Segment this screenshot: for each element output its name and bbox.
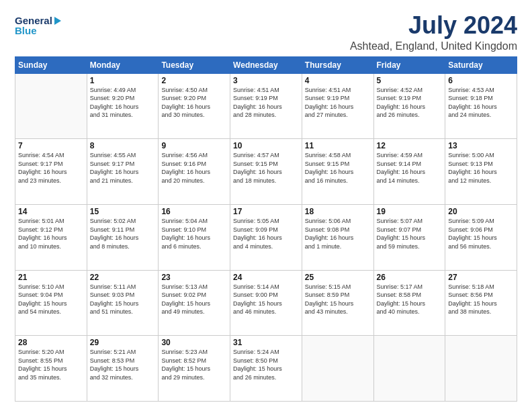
calendar-cell-w3-d1: 15Sunrise: 5:02 AM Sunset: 9:11 PM Dayli… [87, 204, 159, 270]
header: General Blue July 2024 Ashtead, England,… [15, 12, 517, 52]
day-number: 30 [161, 338, 227, 347]
header-monday: Monday [87, 56, 159, 73]
day-number: 6 [448, 76, 514, 85]
day-number: 28 [18, 338, 84, 347]
day-number: 16 [161, 207, 227, 216]
day-info: Sunrise: 5:04 AM Sunset: 9:10 PM Dayligh… [161, 217, 227, 250]
header-saturday: Saturday [445, 56, 517, 73]
calendar-cell-w1-d2: 2Sunrise: 4:50 AM Sunset: 9:20 PM Daylig… [159, 73, 230, 139]
calendar-cell-w4-d5: 26Sunrise: 5:17 AM Sunset: 8:58 PM Dayli… [373, 270, 445, 336]
day-info: Sunrise: 5:09 AM Sunset: 9:06 PM Dayligh… [448, 217, 514, 250]
day-number: 9 [161, 141, 227, 150]
day-info: Sunrise: 5:15 AM Sunset: 8:59 PM Dayligh… [305, 283, 371, 316]
day-info: Sunrise: 4:59 AM Sunset: 9:14 PM Dayligh… [377, 151, 443, 185]
day-number: 1 [90, 76, 156, 85]
day-info: Sunrise: 5:20 AM Sunset: 8:55 PM Dayligh… [18, 348, 84, 381]
calendar-cell-w5-d6 [445, 336, 517, 402]
calendar-cell-w2-d2: 9Sunrise: 4:56 AM Sunset: 9:16 PM Daylig… [159, 139, 230, 205]
page: General Blue July 2024 Ashtead, England,… [0, 0, 532, 411]
calendar-cell-w3-d6: 20Sunrise: 5:09 AM Sunset: 9:06 PM Dayli… [445, 204, 517, 270]
day-number: 26 [377, 273, 443, 282]
calendar-cell-w2-d5: 12Sunrise: 4:59 AM Sunset: 9:14 PM Dayli… [373, 139, 445, 205]
day-number: 19 [377, 207, 443, 216]
day-number: 3 [233, 76, 299, 85]
day-number: 21 [18, 273, 84, 282]
calendar-cell-w5-d0: 28Sunrise: 5:20 AM Sunset: 8:55 PM Dayli… [15, 336, 87, 402]
calendar-cell-w1-d0 [15, 73, 87, 139]
day-info: Sunrise: 4:53 AM Sunset: 9:18 PM Dayligh… [448, 86, 514, 120]
calendar-cell-w2-d6: 13Sunrise: 5:00 AM Sunset: 9:13 PM Dayli… [445, 139, 517, 205]
day-info: Sunrise: 5:24 AM Sunset: 8:50 PM Dayligh… [233, 348, 299, 381]
day-number: 4 [305, 76, 371, 85]
week-row-3: 14Sunrise: 5:01 AM Sunset: 9:12 PM Dayli… [15, 204, 517, 270]
calendar-table: Sunday Monday Tuesday Wednesday Thursday… [15, 56, 517, 402]
day-number: 5 [377, 76, 443, 85]
week-row-1: 1Sunrise: 4:49 AM Sunset: 9:20 PM Daylig… [15, 73, 517, 139]
calendar-cell-w1-d6: 6Sunrise: 4:53 AM Sunset: 9:18 PM Daylig… [445, 73, 517, 139]
calendar-cell-w3-d5: 19Sunrise: 5:07 AM Sunset: 9:07 PM Dayli… [373, 204, 445, 270]
day-info: Sunrise: 5:21 AM Sunset: 8:53 PM Dayligh… [90, 348, 156, 381]
day-number: 11 [305, 141, 371, 150]
calendar-cell-w2-d0: 7Sunrise: 4:54 AM Sunset: 9:17 PM Daylig… [15, 139, 87, 205]
page-subtitle: Ashtead, England, United Kingdom [350, 40, 517, 52]
calendar-cell-w3-d2: 16Sunrise: 5:04 AM Sunset: 9:10 PM Dayli… [159, 204, 230, 270]
day-number: 29 [90, 338, 156, 347]
header-tuesday: Tuesday [159, 56, 230, 73]
logo-arrow-icon [54, 17, 61, 25]
day-info: Sunrise: 4:54 AM Sunset: 9:17 PM Dayligh… [18, 151, 84, 185]
day-info: Sunrise: 4:55 AM Sunset: 9:17 PM Dayligh… [90, 151, 156, 185]
header-sunday: Sunday [15, 56, 87, 73]
calendar-cell-w2-d1: 8Sunrise: 4:55 AM Sunset: 9:17 PM Daylig… [87, 139, 159, 205]
day-info: Sunrise: 5:00 AM Sunset: 9:13 PM Dayligh… [448, 151, 514, 185]
day-info: Sunrise: 4:51 AM Sunset: 9:19 PM Dayligh… [233, 86, 299, 120]
header-friday: Friday [373, 56, 445, 73]
day-number: 8 [90, 141, 156, 150]
calendar-cell-w3-d0: 14Sunrise: 5:01 AM Sunset: 9:12 PM Dayli… [15, 204, 87, 270]
header-thursday: Thursday [302, 56, 373, 73]
day-number: 13 [448, 141, 514, 150]
day-info: Sunrise: 5:23 AM Sunset: 8:52 PM Dayligh… [161, 348, 227, 381]
calendar-cell-w2-d3: 10Sunrise: 4:57 AM Sunset: 9:15 PM Dayli… [230, 139, 302, 205]
calendar-cell-w3-d4: 18Sunrise: 5:06 AM Sunset: 9:08 PM Dayli… [302, 204, 373, 270]
calendar-cell-w4-d3: 24Sunrise: 5:14 AM Sunset: 9:00 PM Dayli… [230, 270, 302, 336]
logo-blue: Blue [15, 25, 37, 36]
day-number: 20 [448, 207, 514, 216]
day-number: 27 [448, 273, 514, 282]
logo: General Blue [15, 15, 61, 36]
day-number: 14 [18, 207, 84, 216]
day-info: Sunrise: 5:11 AM Sunset: 9:03 PM Dayligh… [90, 283, 156, 316]
day-number: 2 [161, 76, 227, 85]
day-number: 12 [377, 141, 443, 150]
calendar-cell-w2-d4: 11Sunrise: 4:58 AM Sunset: 9:15 PM Dayli… [302, 139, 373, 205]
day-info: Sunrise: 5:13 AM Sunset: 9:02 PM Dayligh… [161, 283, 227, 316]
day-number: 7 [18, 141, 84, 150]
calendar-cell-w4-d0: 21Sunrise: 5:10 AM Sunset: 9:04 PM Dayli… [15, 270, 87, 336]
day-info: Sunrise: 5:17 AM Sunset: 8:58 PM Dayligh… [377, 283, 443, 316]
day-info: Sunrise: 4:52 AM Sunset: 9:19 PM Dayligh… [377, 86, 443, 120]
calendar-cell-w5-d5 [373, 336, 445, 402]
calendar-cell-w5-d1: 29Sunrise: 5:21 AM Sunset: 8:53 PM Dayli… [87, 336, 159, 402]
day-info: Sunrise: 4:56 AM Sunset: 9:16 PM Dayligh… [161, 151, 227, 185]
day-info: Sunrise: 5:14 AM Sunset: 9:00 PM Dayligh… [233, 283, 299, 316]
day-number: 15 [90, 207, 156, 216]
calendar-cell-w1-d5: 5Sunrise: 4:52 AM Sunset: 9:19 PM Daylig… [373, 73, 445, 139]
day-number: 22 [90, 273, 156, 282]
calendar-cell-w4-d2: 23Sunrise: 5:13 AM Sunset: 9:02 PM Dayli… [159, 270, 230, 336]
calendar-cell-w1-d4: 4Sunrise: 4:51 AM Sunset: 9:19 PM Daylig… [302, 73, 373, 139]
week-row-4: 21Sunrise: 5:10 AM Sunset: 9:04 PM Dayli… [15, 270, 517, 336]
week-row-2: 7Sunrise: 4:54 AM Sunset: 9:17 PM Daylig… [15, 139, 517, 205]
day-info: Sunrise: 5:06 AM Sunset: 9:08 PM Dayligh… [305, 217, 371, 250]
calendar-cell-w3-d3: 17Sunrise: 5:05 AM Sunset: 9:09 PM Dayli… [230, 204, 302, 270]
day-number: 23 [161, 273, 227, 282]
page-title: July 2024 [350, 12, 517, 39]
day-info: Sunrise: 4:57 AM Sunset: 9:15 PM Dayligh… [233, 151, 299, 185]
day-info: Sunrise: 4:49 AM Sunset: 9:20 PM Dayligh… [90, 86, 156, 120]
day-info: Sunrise: 5:10 AM Sunset: 9:04 PM Dayligh… [18, 283, 84, 316]
calendar-cell-w4-d6: 27Sunrise: 5:18 AM Sunset: 8:56 PM Dayli… [445, 270, 517, 336]
week-row-5: 28Sunrise: 5:20 AM Sunset: 8:55 PM Dayli… [15, 336, 517, 402]
calendar-cell-w1-d1: 1Sunrise: 4:49 AM Sunset: 9:20 PM Daylig… [87, 73, 159, 139]
day-number: 10 [233, 141, 299, 150]
calendar-cell-w1-d3: 3Sunrise: 4:51 AM Sunset: 9:19 PM Daylig… [230, 73, 302, 139]
day-info: Sunrise: 5:01 AM Sunset: 9:12 PM Dayligh… [18, 217, 84, 250]
day-info: Sunrise: 5:18 AM Sunset: 8:56 PM Dayligh… [448, 283, 514, 316]
